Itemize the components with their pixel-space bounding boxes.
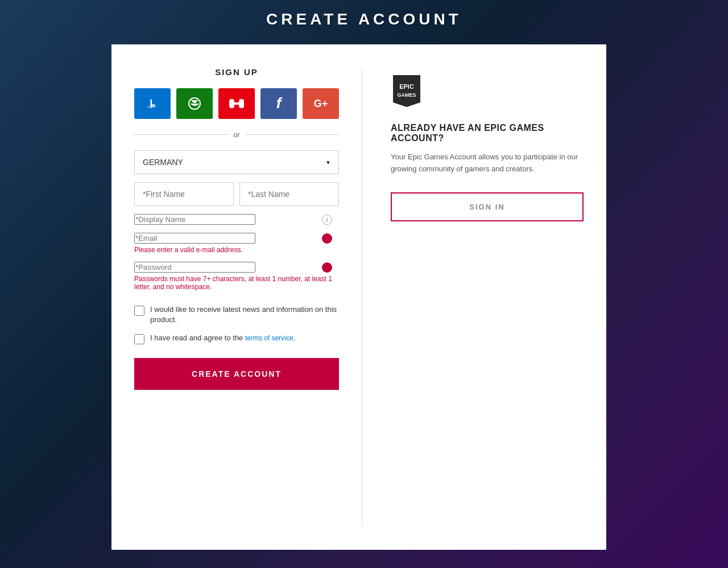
password-error-icon [322,262,332,273]
last-name-input[interactable] [239,182,339,206]
last-name-field [239,182,339,206]
svg-text:GAMES: GAMES [397,92,416,98]
sign-up-title: SIGN UP [134,67,339,77]
xbox-button[interactable] [176,88,213,119]
country-select[interactable]: GERMANY UNITED STATES UNITED KINGDOM FRA… [134,150,339,174]
tos-checkbox-row: I have read and agree to the terms of se… [134,333,339,344]
svg-text:EPIC: EPIC [399,83,414,90]
social-buttons-row: f G+ [134,88,339,119]
tos-label: I have read and agree to the terms of se… [150,333,295,343]
divider-line-left [134,134,228,135]
newsletter-checkbox[interactable] [134,306,144,316]
main-card: SIGN UP [111,44,606,550]
facebook-button[interactable]: f [260,88,297,119]
email-error-text: Please enter a valid e-mail address. [134,246,339,254]
first-name-input[interactable] [134,182,234,206]
already-title: ALREADY HAVE AN EPIC GAMES ACCOUNT? [391,123,584,143]
display-name-input[interactable] [134,214,255,225]
form-section: GERMANY UNITED STATES UNITED KINGDOM FRA… [134,150,339,299]
email-error-icon [322,233,332,244]
newsletter-label: I would like to receive latest news and … [150,304,339,325]
page-title: CREATE ACCOUNT [0,10,728,28]
password-input[interactable] [134,262,255,273]
first-name-field [134,182,234,206]
display-name-row: i [134,214,339,225]
create-account-button[interactable]: CREATE ACCOUNT [134,358,339,390]
already-desc: Your Epic Games Account allows you to pa… [391,151,584,175]
password-hint-text: Passwords must have 7+ characters, at le… [134,275,339,291]
email-input[interactable] [134,233,255,244]
left-panel: SIGN UP [111,44,362,550]
display-name-wrapper: i [134,214,339,225]
name-row [134,182,339,206]
google-plus-button[interactable]: G+ [303,88,339,119]
country-row: GERMANY UNITED STATES UNITED KINGDOM FRA… [134,150,339,174]
country-select-wrapper: GERMANY UNITED STATES UNITED KINGDOM FRA… [134,150,339,174]
email-row: Please enter a valid e-mail address. [134,233,339,254]
epic-games-logo: EPIC GAMES [391,73,584,112]
or-label: or [233,130,240,139]
divider-line-right [246,134,339,135]
info-icon: i [322,215,332,225]
sign-in-button[interactable]: SIGN IN [391,192,584,221]
svg-rect-3 [229,102,244,105]
email-wrapper [134,233,339,244]
right-panel: EPIC GAMES ALREADY HAVE AN EPIC GAMES AC… [362,44,606,550]
password-row: Passwords must have 7+ characters, at le… [134,262,339,291]
newsletter-checkbox-row: I would like to receive latest news and … [134,304,339,325]
password-wrapper [134,262,339,273]
tos-checkbox[interactable] [134,334,144,344]
nintendo-button[interactable] [218,88,255,119]
or-divider: or [134,130,339,139]
tos-link[interactable]: terms of service [245,334,293,342]
playstation-button[interactable] [134,88,171,119]
